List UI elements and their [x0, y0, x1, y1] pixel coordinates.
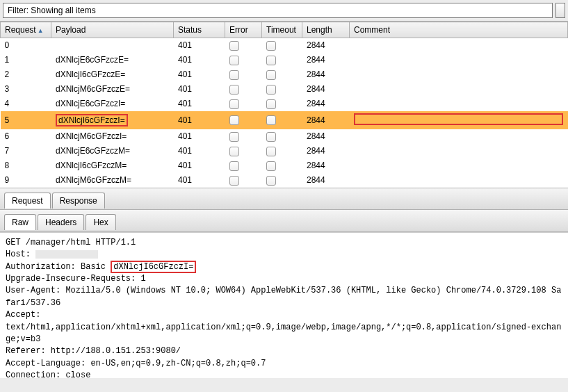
cell-length: 2844 — [302, 67, 350, 82]
cell-request: 5 — [1, 111, 51, 129]
checkbox-icon — [266, 161, 276, 171]
tab-headers[interactable]: Headers — [38, 214, 84, 230]
col-payload[interactable]: Payload — [51, 22, 174, 38]
checkbox-icon — [266, 41, 276, 51]
checkbox-icon — [266, 147, 276, 156]
col-length[interactable]: Length — [302, 22, 350, 38]
checkbox-icon — [229, 85, 239, 95]
tab-hex[interactable]: Hex — [86, 214, 115, 230]
table-row[interactable]: 3dXNlcjM6cGFzczE=4012844 — [1, 82, 568, 97]
table-header-row: Request▲ Payload Status Error Timeout Le… — [1, 22, 568, 38]
tab-request[interactable]: Request — [4, 193, 51, 209]
cell-length: 2844 — [302, 97, 350, 111]
cell-error — [225, 158, 262, 173]
cell-length: 2844 — [302, 82, 350, 97]
cell-error — [225, 38, 262, 53]
table-row[interactable]: 1dXNlcjE6cGFzczE=4012844 — [1, 53, 568, 67]
table-row[interactable]: 8dXNlcjI6cGFzczM=4012844 — [1, 158, 568, 173]
raw-line: Accept-Language: en-US,en;q=0.9,zh-CN;q=… — [6, 359, 266, 368]
cell-length: 2844 — [302, 38, 350, 53]
table-row[interactable]: 9dXNlcjM6cGFzczM=4012844 — [1, 173, 568, 188]
cell-length: 2844 — [302, 111, 350, 129]
cell-error — [225, 111, 262, 129]
cell-request: 4 — [1, 97, 51, 111]
cell-status: 401 — [174, 158, 225, 173]
cell-status: 401 — [174, 38, 225, 53]
table-row[interactable]: 5dXNlcjI6cGFzczI=4012844 — [1, 111, 568, 129]
cell-comment — [350, 53, 568, 67]
checkbox-icon — [266, 132, 276, 142]
cell-length: 2844 — [302, 158, 350, 173]
cell-status: 401 — [174, 97, 225, 111]
table-row[interactable]: 6dXNlcjM6cGFzczI=4012844 — [1, 129, 568, 144]
cell-status: 401 — [174, 67, 225, 82]
cell-error — [225, 67, 262, 82]
cell-status: 401 — [174, 144, 225, 158]
cell-payload — [51, 38, 174, 53]
cell-request: 9 — [1, 173, 51, 188]
col-status[interactable]: Status — [174, 22, 225, 38]
raw-line: text/html,application/xhtml+xml,applicat… — [6, 322, 561, 344]
col-timeout[interactable]: Timeout — [262, 22, 302, 38]
cell-payload: dXNlcjE6cGFzczI= — [51, 97, 174, 111]
filter-bar — [0, 0, 568, 21]
cell-error — [225, 53, 262, 67]
table-row[interactable]: 4dXNlcjE6cGFzczI=4012844 — [1, 97, 568, 111]
checkbox-icon — [229, 115, 239, 125]
col-request[interactable]: Request▲ — [1, 22, 51, 38]
checkbox-icon — [229, 56, 239, 65]
raw-line: Connection: close — [6, 370, 90, 378]
cell-length: 2844 — [302, 129, 350, 144]
cell-length: 2844 — [302, 173, 350, 188]
cell-status: 401 — [174, 53, 225, 67]
cell-request: 0 — [1, 38, 51, 53]
cell-payload: dXNlcjE6cGFzczM= — [51, 144, 174, 158]
raw-line: User-Agent: Mozilla/5.0 (Windows NT 10.0… — [6, 286, 561, 307]
cell-comment — [350, 111, 568, 129]
col-comment[interactable]: Comment — [350, 22, 568, 38]
cell-status: 401 — [174, 111, 225, 129]
cell-status: 401 — [174, 82, 225, 97]
raw-line: Accept: — [6, 310, 40, 320]
checkbox-icon — [266, 99, 276, 109]
cell-length: 2844 — [302, 53, 350, 67]
cell-payload: dXNlcjI6cGFzczM= — [51, 158, 174, 173]
col-error[interactable]: Error — [225, 22, 262, 38]
cell-timeout — [262, 111, 302, 129]
raw-line: Referer: http://188.0.151.253:9080/ — [6, 346, 181, 356]
filter-input[interactable] — [3, 3, 553, 18]
cell-error — [225, 144, 262, 158]
cell-comment — [350, 129, 568, 144]
cell-comment — [350, 173, 568, 188]
checkbox-icon — [266, 115, 276, 125]
tab-raw[interactable]: Raw — [4, 214, 36, 230]
cell-comment — [350, 144, 568, 158]
checkbox-icon — [266, 56, 276, 65]
cell-status: 401 — [174, 129, 225, 144]
cell-timeout — [262, 53, 302, 67]
results-table: Request▲ Payload Status Error Timeout Le… — [0, 21, 568, 188]
cell-comment — [350, 82, 568, 97]
raw-request-pane[interactable]: GET /manager/html HTTP/1.1 Host: Authori… — [0, 232, 568, 378]
cell-status: 401 — [174, 173, 225, 188]
checkbox-icon — [266, 85, 276, 95]
cell-request: 7 — [1, 144, 51, 158]
table-row[interactable]: 7dXNlcjE6cGFzczM=4012844 — [1, 144, 568, 158]
raw-line: Upgrade-Insecure-Requests: 1 — [6, 274, 146, 284]
view-tabs: RawHeadersHex — [0, 210, 568, 232]
checkbox-icon — [229, 161, 239, 171]
cell-error — [225, 173, 262, 188]
raw-host-label: Host: — [6, 250, 35, 259]
cell-payload: dXNlcjI6cGFzczE= — [51, 67, 174, 82]
filter-clear-button[interactable] — [555, 3, 565, 18]
cell-timeout — [262, 173, 302, 188]
table-row[interactable]: 04012844 — [1, 38, 568, 53]
cell-payload: dXNlcjE6cGFzczE= — [51, 53, 174, 67]
cell-timeout — [262, 67, 302, 82]
tab-response[interactable]: Response — [52, 193, 105, 209]
cell-timeout — [262, 82, 302, 97]
table-row[interactable]: 2dXNlcjI6cGFzczE=4012844 — [1, 67, 568, 82]
cell-timeout — [262, 38, 302, 53]
cell-timeout — [262, 158, 302, 173]
redacted-host — [35, 250, 98, 259]
